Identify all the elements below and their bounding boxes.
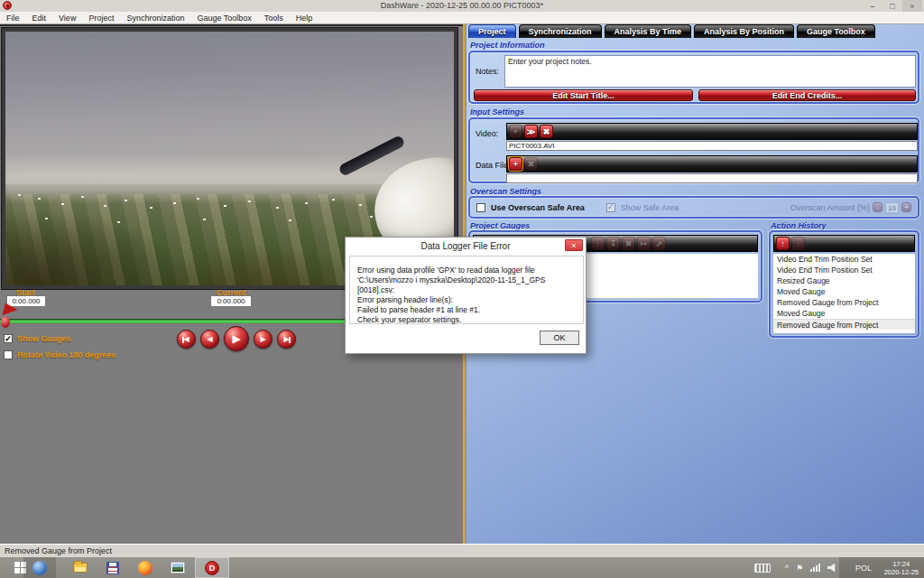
status-bar: Removed Gauge from Project <box>0 544 924 557</box>
gauge-move-down-icon[interactable]: ↓ <box>591 237 605 250</box>
data-files-field[interactable] <box>506 173 918 183</box>
tab-synchronization[interactable]: Synchronization <box>519 24 602 38</box>
tab-analysis-by-time[interactable]: Analysis By Time <box>605 24 691 38</box>
video-forest-2 <box>141 244 375 289</box>
action-history-item[interactable]: Moved Gauge <box>773 308 915 319</box>
tray-date: 2020-12-25 <box>884 568 919 576</box>
use-overscan-checkbox[interactable] <box>476 203 485 212</box>
tray-flag-icon[interactable]: ⚑ <box>796 564 803 573</box>
notes-label: Notes: <box>476 67 499 76</box>
timeline-marker-handle[interactable] <box>1 316 10 328</box>
maximize-button[interactable]: □ <box>882 0 902 12</box>
taskbar-dashware[interactable]: D <box>195 557 229 578</box>
project-information-header: Project Information <box>470 41 545 50</box>
action-history-item[interactable]: Moved Gauge <box>773 286 915 297</box>
dialog-close-button[interactable]: × <box>565 239 583 251</box>
add-video-button[interactable]: + <box>509 125 522 138</box>
dialog-title: Data Logger File Error <box>346 241 586 251</box>
file-explorer-icon <box>73 563 88 573</box>
tray-chevron-up-icon[interactable]: ^ <box>785 564 789 573</box>
gauge-remove-icon[interactable]: ✖ <box>622 237 635 250</box>
action-history-item[interactable]: Resized Gauge <box>773 275 915 286</box>
remove-video-button[interactable]: ✖ <box>540 125 553 138</box>
tray-status-icons: ^ ⚑ <box>785 557 837 578</box>
transport-controls: ◀ ◀ ▶ ▶ ▶ <box>177 326 296 351</box>
overscan-amount-label: Overscan Amount (%) <box>790 203 870 212</box>
edit-start-title-button[interactable]: Edit Start Title... <box>474 89 693 101</box>
overscan-amount-group: Overscan Amount (%) - 10 + <box>790 202 911 213</box>
tab-bar: Project Synchronization Analysis By Time… <box>468 24 875 38</box>
rotate-video-row: Rotate Video 180 degrees <box>4 350 116 359</box>
language-indicator: POL <box>855 564 872 573</box>
minimize-button[interactable]: – <box>863 0 882 12</box>
taskbar-firefox[interactable] <box>130 557 161 578</box>
dialog-ok-button[interactable]: OK <box>540 331 579 345</box>
input-settings-group: Video: + ≫ ✖ PICT0003.AVI Data File(s): … <box>468 117 919 183</box>
gauge-move-bottom-icon[interactable]: ↧ <box>606 237 620 250</box>
action-history-item[interactable]: Video End Trim Position Set <box>773 265 915 275</box>
step-back-button[interactable]: ◀ <box>200 330 219 349</box>
overscan-settings-header: Overscan Settings <box>470 187 541 196</box>
touch-keyboard-icon[interactable] <box>754 564 771 573</box>
taskbar-save-app[interactable] <box>97 557 128 578</box>
window-controls: – □ × <box>863 0 922 12</box>
action-history-item[interactable]: Video End Trim Position Set <box>773 254 915 265</box>
overscan-row: Use Overscan Safe Area ✓ Show Safe Area … <box>470 198 918 217</box>
play-button[interactable]: ▶ <box>224 326 249 351</box>
skip-to-end-button[interactable]: ▶ <box>277 330 296 349</box>
redo-button[interactable]: ↓ <box>791 237 805 250</box>
window-title: DashWare - 2020-12-25 00.00.00 PICT0003* <box>0 1 924 10</box>
video-file-field[interactable]: PICT0003.AVI <box>506 141 918 151</box>
data-files-toolbar: + ✖ <box>506 155 918 172</box>
menu-view[interactable]: View <box>52 14 82 23</box>
skip-to-start-button[interactable]: ◀ <box>177 330 196 349</box>
status-text: Removed Gauge from Project <box>5 546 112 555</box>
action-history-toolbar: ↑ ↓ <box>773 235 915 252</box>
current-time-field[interactable]: 0:00.000 <box>210 295 252 307</box>
taskbar-photo-viewer[interactable] <box>162 557 193 578</box>
input-settings-header: Input Settings <box>470 107 524 117</box>
step-forward-button[interactable]: ▶ <box>254 330 273 349</box>
gauge-popout-icon[interactable]: ⇗ <box>652 237 666 250</box>
taskbar-thunderbird[interactable] <box>23 557 56 578</box>
data-logger-error-dialog: Data Logger File Error × Error using dat… <box>345 237 587 354</box>
rotate-video-label: Rotate Video 180 degrees <box>17 350 116 359</box>
video-toolbar: + ≫ ✖ <box>506 123 918 140</box>
taskbar-file-explorer[interactable] <box>65 557 96 578</box>
taskbar: D ^ ⚑ POL 17:24 2020-12-25 <box>0 557 924 578</box>
undo-button[interactable]: ↑ <box>776 237 790 250</box>
edit-end-credits-button[interactable]: Edit End Credits... <box>698 89 916 101</box>
show-gauges-checkbox[interactable]: ✓ <box>4 334 13 343</box>
menu-help[interactable]: Help <box>290 14 319 23</box>
tab-project[interactable]: Project <box>468 24 516 38</box>
project-gauges-header: Project Gauges <box>470 221 530 230</box>
title-bar: DashWare - 2020-12-25 00.00.00 PICT0003*… <box>0 0 924 12</box>
menu-file[interactable]: File <box>0 14 26 23</box>
action-history-item-selected[interactable]: Removed Gauge from Project <box>773 319 915 330</box>
process-video-button[interactable]: ≫ <box>524 125 538 138</box>
tab-gauge-toolbox[interactable]: Gauge Toolbox <box>797 24 875 38</box>
overscan-settings-group: Use Overscan Safe Area ✓ Show Safe Area … <box>468 196 919 219</box>
tray-language[interactable]: POL <box>855 557 872 578</box>
show-gauges-row: ✓ Show Gauges <box>4 334 71 343</box>
remove-data-file-button[interactable]: ✖ <box>524 157 538 171</box>
rotate-video-checkbox[interactable] <box>4 350 13 359</box>
menu-gauge-toolbox[interactable]: Gauge Toolbox <box>190 14 257 23</box>
show-safe-area-label: Show Safe Area <box>621 203 679 212</box>
menu-edit[interactable]: Edit <box>26 14 53 23</box>
gauge-map-icon[interactable]: ↦ <box>637 237 651 250</box>
menu-synchronization[interactable]: Synchronization <box>120 14 190 23</box>
close-button[interactable]: × <box>902 0 922 12</box>
speaker-icon[interactable] <box>827 564 837 573</box>
network-signal-icon[interactable] <box>810 564 820 572</box>
dialog-message: Error using data profile 'GPX' to read d… <box>349 256 584 324</box>
notes-textarea[interactable]: Enter your project notes. <box>504 55 916 88</box>
tray-clock[interactable]: 17:24 2020-12-25 <box>884 557 919 578</box>
action-history-item[interactable]: Removed Gauge from Project <box>773 297 915 308</box>
action-history-group: ↑ ↓ Video End Trim Position Set Video En… <box>769 230 919 338</box>
overscan-amount-value: 10 <box>885 202 899 213</box>
add-data-file-button[interactable]: + <box>509 157 522 171</box>
menu-tools[interactable]: Tools <box>258 14 290 23</box>
menu-project[interactable]: Project <box>82 14 120 23</box>
tab-analysis-by-position[interactable]: Analysis By Position <box>694 24 794 38</box>
